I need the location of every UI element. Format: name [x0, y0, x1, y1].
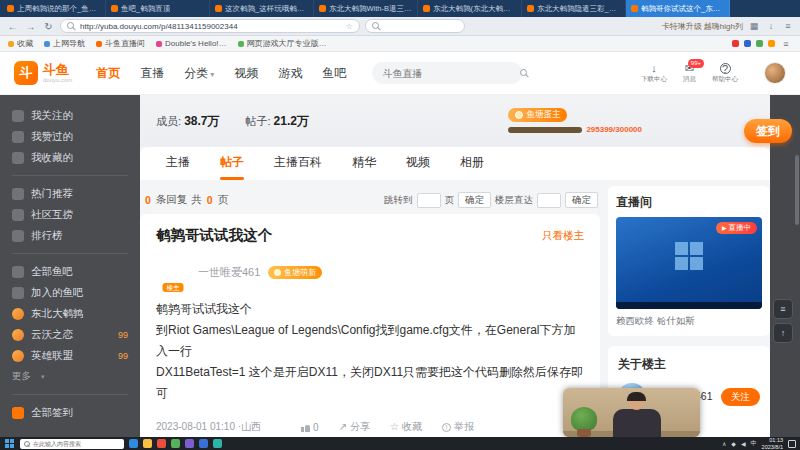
file-explorer-icon[interactable]	[143, 439, 152, 448]
messages-button[interactable]: ✉ 消息 99+	[683, 63, 696, 84]
window-tab[interactable]: 鱼吧_鹌鹑置顶	[106, 0, 210, 17]
plant	[571, 407, 597, 431]
nav-live[interactable]: 直播	[140, 65, 164, 82]
chrome-icon[interactable]	[157, 439, 166, 448]
checkin-button[interactable]: 签到	[744, 119, 792, 143]
share-button[interactable]: ↗分享	[339, 420, 370, 434]
report-button[interactable]: 举报	[442, 420, 474, 434]
bookmark-star-icon[interactable]: ☆	[346, 22, 353, 31]
jump-page-input[interactable]	[417, 193, 441, 208]
app-icon[interactable]	[199, 439, 208, 448]
sidebar-item-ranking[interactable]: 排行榜	[0, 225, 140, 246]
user-avatar[interactable]	[764, 62, 786, 84]
taskbar-clock[interactable]: 01:13 2023/8/1	[762, 437, 783, 449]
tab-posts[interactable]: 帖子	[220, 154, 244, 180]
browser-360-icon[interactable]	[171, 439, 180, 448]
window-tab[interactable]: 上周鹌鹑说的那个_鱼吧专区	[2, 0, 106, 17]
tab-video[interactable]: 视频	[406, 154, 430, 180]
tab-album[interactable]: 相册	[460, 154, 484, 180]
extension-icon[interactable]	[756, 40, 763, 47]
webcam-overlay[interactable]	[563, 388, 700, 437]
extension-icon[interactable]	[744, 40, 751, 47]
page-body: 我关注的 我赞过的 我收藏的 热门推荐 社区互捞 排行榜 全部鱼吧 加入的鱼吧 …	[0, 95, 800, 437]
sidebar-label: 英雄联盟	[31, 349, 73, 363]
follow-button[interactable]: 关注	[721, 388, 760, 406]
help-center-button[interactable]: ? 帮助中心	[712, 63, 738, 84]
input-language[interactable]: 中	[751, 439, 757, 448]
toolbar-search-box[interactable]	[365, 19, 465, 33]
sidebar-item-community[interactable]: 社区互捞	[0, 204, 140, 225]
bookmark-item[interactable]: 上网导航	[44, 38, 85, 49]
window-tab[interactable]: 东北大鹌鹑隐遁三彩_斗鱼直播	[522, 0, 626, 17]
search-icon[interactable]	[520, 69, 529, 78]
author-name[interactable]: 一世唯爱461	[198, 265, 260, 280]
douyu-logo[interactable]: 斗 斗鱼 douyu.com	[14, 61, 72, 85]
tab-streamer[interactable]: 主播	[166, 154, 190, 180]
sidebar-item-yuba-3[interactable]: 英雄联盟99	[0, 345, 140, 366]
window-tab[interactable]: 东北大鹌鹑With-B退三彩 - 斗鱼直播	[314, 0, 418, 17]
site-search-input[interactable]	[382, 68, 514, 79]
extension-icon[interactable]	[732, 40, 739, 47]
sidebar-item-favorites[interactable]: 我收藏的	[0, 147, 140, 168]
bookmark-item[interactable]: 斗鱼直播间	[96, 38, 145, 49]
live-stream-caption[interactable]: 赖西欧终 铪什如斯	[616, 315, 762, 328]
floor-input[interactable]	[537, 193, 561, 208]
feedback-button[interactable]: ≡	[773, 299, 793, 319]
tab-featured[interactable]: 精华	[352, 154, 376, 180]
person-body	[613, 409, 661, 437]
tab-wiki[interactable]: 主播百科	[274, 154, 322, 180]
sidebar-item-yuba-quail[interactable]: 东北大鹌鹑	[0, 303, 140, 324]
tray-expand-icon[interactable]: ∧	[722, 440, 726, 447]
sidebar-item-more[interactable]: 更多	[0, 366, 140, 387]
toolbar-promo-text[interactable]: 卡特琳升级 越嗨high列	[662, 21, 743, 32]
fan-badge-icon	[274, 269, 281, 276]
edge-icon[interactable]	[129, 439, 138, 448]
live-stream-thumbnail[interactable]: ▶直播中	[616, 217, 762, 309]
bookmark-item[interactable]: Double's Hello!…	[156, 39, 227, 48]
forward-icon[interactable]: →	[24, 21, 37, 32]
app-icon[interactable]	[185, 439, 194, 448]
download-center-button[interactable]: ↓ 下载中心	[641, 63, 667, 84]
window-tab[interactable]: 这次鹌鹑_这样玩哦鹌鹑_斗鱼直播	[210, 0, 314, 17]
nav-categories[interactable]: 分类	[184, 65, 214, 82]
sidebar-item-checkin-all[interactable]: 全部签到	[0, 402, 140, 423]
window-tab-active[interactable]: 鹌鹑哥你试试这个_东北大鹌鹑隐…	[626, 0, 730, 17]
app-icon[interactable]	[213, 439, 222, 448]
refresh-icon[interactable]: ↻	[42, 21, 55, 32]
nav-yuba[interactable]: 鱼吧	[322, 65, 346, 82]
sidebar-item-joined-yuba[interactable]: 加入的鱼吧	[0, 282, 140, 303]
bookmark-item[interactable]: 网页游戏大厅专业版…	[238, 38, 327, 49]
network-icon[interactable]: ◆	[731, 440, 736, 447]
taskbar-search-input[interactable]	[33, 441, 120, 447]
sidebar-item-liked[interactable]: 我赞过的	[0, 126, 140, 147]
volume-icon[interactable]: ◀	[741, 440, 746, 447]
extensions-icon[interactable]: ▦	[748, 21, 760, 31]
sidebar-item-yuba-2[interactable]: 云沃之恋99	[0, 324, 140, 345]
download-icon[interactable]: ↓	[765, 21, 777, 31]
sidebar-item-all-yuba[interactable]: 全部鱼吧	[0, 261, 140, 282]
favorite-button[interactable]: ☆收藏	[390, 420, 422, 434]
sidebar-item-hot[interactable]: 热门推荐	[0, 183, 140, 204]
menu-icon[interactable]: ≡	[782, 21, 794, 31]
floor-confirm-button[interactable]: 确定	[565, 192, 598, 208]
start-button[interactable]	[4, 438, 15, 449]
window-tab[interactable]: 东北大鹌鹑(东北大鹌鹑隐遁War8…	[418, 0, 522, 17]
nav-video[interactable]: 视频	[234, 65, 258, 82]
more-tools-icon[interactable]: ≡	[780, 39, 792, 49]
only-op-link[interactable]: 只看楼主	[542, 229, 584, 243]
address-bar[interactable]: http://yuba.douyu.com/p/4811341159002344…	[60, 19, 360, 33]
bookmark-item[interactable]: 收藏	[8, 38, 33, 49]
like-button[interactable]: 0	[301, 422, 319, 433]
taskbar-search[interactable]	[20, 439, 124, 449]
sidebar-item-following[interactable]: 我关注的	[0, 105, 140, 126]
notification-center-icon[interactable]	[788, 440, 796, 448]
back-icon[interactable]: ←	[6, 21, 19, 32]
jump-confirm-button[interactable]: 确定	[458, 192, 491, 208]
nav-games[interactable]: 游戏	[278, 65, 302, 82]
author-avatar[interactable]: 楼主	[156, 255, 190, 289]
nav-home[interactable]: 首页	[96, 65, 120, 82]
scrollbar-thumb[interactable]	[795, 155, 799, 225]
site-search[interactable]	[372, 62, 522, 84]
extension-icon[interactable]	[768, 40, 775, 47]
back-to-top-button[interactable]: ↑	[773, 323, 793, 343]
